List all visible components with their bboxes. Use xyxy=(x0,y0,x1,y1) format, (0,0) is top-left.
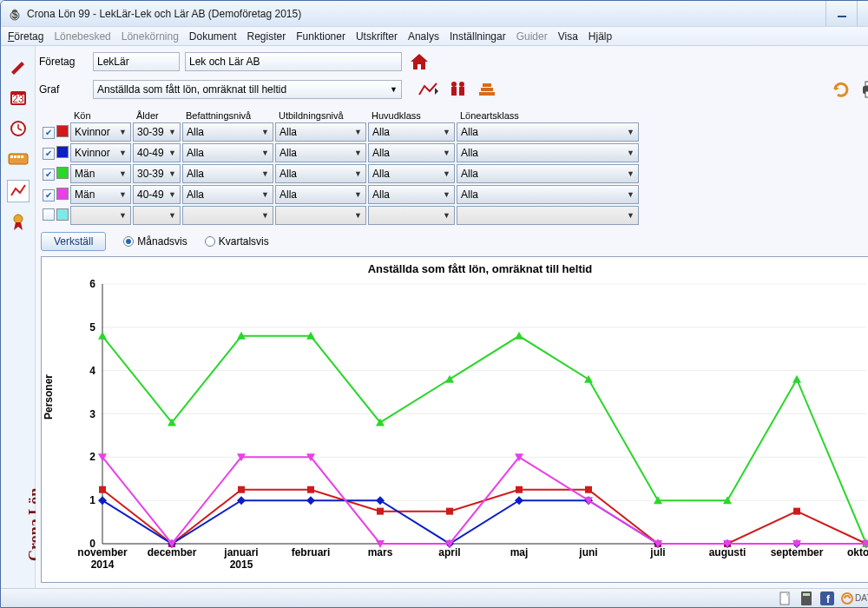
filter-huvud-1[interactable]: Alla▼ xyxy=(368,143,455,162)
radio-quarterly-dot[interactable] xyxy=(205,236,215,247)
radio-monthly[interactable]: Månadsvis xyxy=(123,235,187,248)
filter-checkbox-4[interactable] xyxy=(43,208,55,221)
company-name-field[interactable] xyxy=(185,52,402,71)
hdr-utbild: Utbildningsnivå xyxy=(275,110,366,121)
svg-rect-16 xyxy=(451,87,457,96)
filter-utbild-2[interactable]: Alla▼ xyxy=(275,164,366,183)
svg-rect-12 xyxy=(21,155,23,158)
status-calc-icon[interactable] xyxy=(799,591,813,605)
filter-loneart-3[interactable]: Alla▼ xyxy=(457,185,639,204)
graph-label: Graf xyxy=(36,83,88,96)
svg-text:april: april xyxy=(438,546,460,558)
filter-loneart-0[interactable]: Alla▼ xyxy=(457,122,639,142)
filter-huvud-2[interactable]: Alla▼ xyxy=(368,164,455,183)
svg-rect-61 xyxy=(238,486,245,493)
menu-dokument[interactable]: Dokument xyxy=(189,30,237,43)
chart-panel: Anställda som fått lön, omräknat till he… xyxy=(41,256,868,583)
ribbon-icon[interactable] xyxy=(7,211,30,234)
filter-swatch-3 xyxy=(56,188,69,200)
print-icon[interactable] xyxy=(858,77,868,102)
svg-rect-64 xyxy=(446,508,453,515)
filter-loneart-1[interactable]: Alla▼ xyxy=(457,143,639,162)
menu-hjalp[interactable]: Hjälp xyxy=(589,30,612,43)
keyboard-icon[interactable] xyxy=(7,149,30,171)
svg-rect-9 xyxy=(10,155,13,158)
menu-analys[interactable]: Analys xyxy=(408,30,439,43)
menu-lonekorning: Lönekörning xyxy=(122,30,179,43)
company-label: Företag xyxy=(36,56,88,68)
svg-text:maj: maj xyxy=(510,546,529,558)
svg-text:5: 5 xyxy=(89,321,95,334)
pen-icon[interactable] xyxy=(7,55,30,77)
filter-utbild-3[interactable]: Alla▼ xyxy=(275,185,366,204)
filter-kon-0[interactable]: Kvinnor▼ xyxy=(70,122,131,142)
filter-befatt-0[interactable]: Alla▼ xyxy=(182,122,273,142)
filter-alder-3[interactable]: 40-49▼ xyxy=(133,185,181,204)
title-bar: $ Crona Lön 99 - LekLär-Lek och Lär AB (… xyxy=(1,1,868,27)
filter-befatt-3[interactable]: Alla▼ xyxy=(182,185,273,204)
filter-kon-2[interactable]: Män▼ xyxy=(70,164,131,183)
svg-rect-62 xyxy=(307,486,314,493)
status-fb-icon[interactable]: f xyxy=(820,591,834,605)
minimize-button[interactable] xyxy=(825,1,857,26)
company-code-field[interactable]: ▤ xyxy=(93,52,180,71)
svg-rect-69 xyxy=(793,508,800,515)
chart-title: Anställda som fått lön, omräknat till he… xyxy=(68,262,868,275)
radio-quarterly[interactable]: Kvartalsvis xyxy=(205,235,269,248)
home-icon[interactable] xyxy=(407,50,431,74)
chart-icon[interactable] xyxy=(7,180,30,202)
svg-rect-66 xyxy=(585,486,592,493)
menu-utskrifter[interactable]: Utskrifter xyxy=(356,30,398,43)
datavara-logo-icon xyxy=(841,592,853,605)
filter-kon-1[interactable]: Kvinnor▼ xyxy=(70,143,131,162)
filter-utbild-1[interactable]: Alla▼ xyxy=(275,143,366,162)
filter-kon-4: ▼ xyxy=(70,206,131,225)
refresh-icon[interactable] xyxy=(829,77,853,102)
filter-huvud-3[interactable]: Alla▼ xyxy=(368,185,455,204)
filter-huvud-0[interactable]: Alla▼ xyxy=(368,122,455,142)
filter-utbild-0[interactable]: Alla▼ xyxy=(275,122,366,142)
svg-text:$: $ xyxy=(12,9,18,21)
menu-funktioner[interactable]: Funktioner xyxy=(296,30,345,43)
filter-alder-2[interactable]: 30-39▼ xyxy=(133,164,181,183)
clock-icon[interactable] xyxy=(7,117,30,140)
menu-register[interactable]: Register xyxy=(247,30,286,43)
menu-foretag[interactable]: Företag xyxy=(8,30,43,43)
svg-rect-8 xyxy=(9,154,28,164)
filter-alder-1[interactable]: 40-49▼ xyxy=(133,143,181,162)
filter-alder-0[interactable]: 30-39▼ xyxy=(133,122,181,142)
filter-kon-3[interactable]: Män▼ xyxy=(70,185,131,204)
apply-button[interactable]: Verkställ xyxy=(41,232,106,251)
radio-monthly-dot[interactable] xyxy=(123,236,134,247)
filter-checkbox-1[interactable] xyxy=(43,148,55,160)
filter-swatch-0 xyxy=(56,125,69,137)
filter-swatch-1 xyxy=(56,146,69,158)
stack-icon[interactable] xyxy=(475,77,499,102)
filter-checkbox-3[interactable] xyxy=(43,189,55,202)
filter-grid: Kön Ålder Befattningsnivå Utbildningsniv… xyxy=(41,109,868,251)
status-datavara[interactable]: DATAVARA AB xyxy=(841,592,868,605)
chart-type-icon[interactable] xyxy=(416,77,440,102)
calendar-icon[interactable]: 23 xyxy=(7,86,30,109)
menu-visa[interactable]: Visa xyxy=(558,30,578,43)
menu-installningar[interactable]: Inställningar xyxy=(450,30,506,43)
svg-text:juni: juni xyxy=(578,546,597,558)
main-panel: × Företag ▤ Graf ▼ xyxy=(36,46,868,588)
filter-checkbox-0[interactable] xyxy=(43,127,55,139)
graph-name-dropdown[interactable]: ▼ xyxy=(93,80,402,99)
filter-loneart-2[interactable]: Alla▼ xyxy=(457,164,639,183)
people-icon[interactable] xyxy=(445,77,470,102)
svg-rect-20 xyxy=(481,88,493,91)
maximize-button[interactable] xyxy=(857,1,868,26)
filter-alder-4: ▼ xyxy=(133,206,181,225)
hdr-alder: Ålder xyxy=(133,110,181,121)
svg-point-15 xyxy=(451,82,457,87)
sidebar: 23 Crona Lön xyxy=(1,46,36,588)
menu-guider: Guider xyxy=(516,30,548,43)
status-doc-icon[interactable] xyxy=(779,591,792,605)
filter-befatt-1[interactable]: Alla▼ xyxy=(182,143,273,162)
svg-text:oktober: oktober xyxy=(847,546,868,558)
filter-befatt-2[interactable]: Alla▼ xyxy=(182,164,273,183)
filter-checkbox-2[interactable] xyxy=(43,169,55,181)
svg-rect-65 xyxy=(516,486,523,493)
